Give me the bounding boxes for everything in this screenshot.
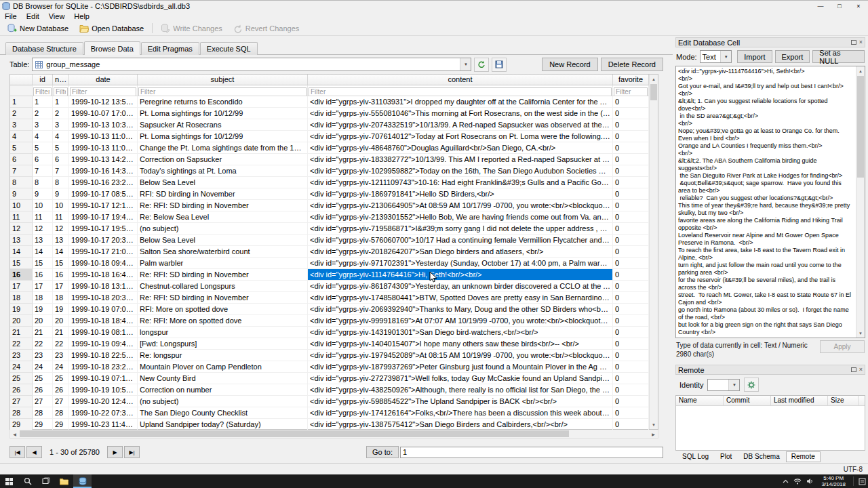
- tab-plot[interactable]: Plot: [715, 451, 737, 462]
- scroll-down-icon[interactable]: [650, 420, 658, 429]
- cell-content[interactable]: <div id="ygrps-yiv-1211109743">10-16: Ha…: [308, 177, 613, 188]
- row-number[interactable]: 25: [10, 373, 33, 384]
- table-row[interactable]: 8 8 8 1999-10-16 23:26:16 Below Sea Leve…: [10, 177, 658, 188]
- refresh-table-button[interactable]: [474, 58, 489, 72]
- scroll-down-icon[interactable]: [856, 329, 865, 338]
- cell-content[interactable]: <div id="ygrps-yiv-1387575412">San Diego…: [308, 419, 613, 430]
- cell-id[interactable]: 15: [33, 258, 53, 269]
- table-row[interactable]: 19 19 19 1999-10-19 07:07:55 RFI: More o…: [10, 304, 658, 315]
- cell-subject[interactable]: New County Bird: [138, 373, 308, 384]
- next-record-button[interactable]: ▶: [107, 446, 123, 458]
- cell-subject[interactable]: Re: RFI: SD birding in November: [138, 200, 308, 211]
- cell-id[interactable]: 24: [33, 361, 53, 373]
- cell-date[interactable]: 1999-10-17 19:49:19: [69, 211, 138, 223]
- cell-content[interactable]: <div id="ygrps-yiv-555081046">This morni…: [308, 108, 613, 119]
- first-record-button[interactable]: |◀: [9, 446, 25, 458]
- cell-number[interactable]: 29: [53, 419, 69, 430]
- cell-number[interactable]: 27: [53, 396, 69, 407]
- cell-subject[interactable]: Upland Sandpiper today? (Saturday): [138, 419, 308, 430]
- column-header-content[interactable]: content: [308, 75, 613, 85]
- table-row[interactable]: 15 15 15 1999-10-18 09:41:18 Palm warble…: [10, 258, 658, 269]
- volume-icon[interactable]: [806, 478, 814, 485]
- cell-id[interactable]: 26: [33, 384, 53, 396]
- chevron-down-icon[interactable]: [728, 380, 739, 390]
- row-number[interactable]: 26: [10, 384, 33, 396]
- cell-id[interactable]: 10: [33, 200, 53, 211]
- table-row[interactable]: 10 10 10 1999-10-17 12:15:16 Re: RFI: SD…: [10, 200, 658, 211]
- cell-date[interactable]: 1999-10-23 11:42:47: [69, 419, 138, 430]
- last-record-button[interactable]: ▶|: [124, 446, 140, 458]
- menu-view[interactable]: View: [44, 12, 70, 21]
- column-header-favorite[interactable]: favorite: [613, 75, 649, 85]
- cell-number[interactable]: 3: [53, 119, 69, 131]
- identity-select[interactable]: [707, 379, 740, 391]
- cell-id[interactable]: 29: [33, 419, 53, 430]
- menu-edit[interactable]: Edit: [22, 12, 44, 21]
- row-number[interactable]: 12: [10, 223, 33, 235]
- cell-favorite[interactable]: 0: [613, 327, 649, 338]
- filter-input-subject[interactable]: [138, 87, 307, 96]
- cell-content[interactable]: <div id="ygrps-yiv-31103931">I dropped m…: [308, 96, 613, 108]
- remote-column-commit[interactable]: Commit: [724, 396, 771, 405]
- cell-id[interactable]: 4: [33, 131, 53, 142]
- cell-favorite[interactable]: 0: [613, 211, 649, 223]
- mode-select[interactable]: Text: [700, 50, 732, 63]
- cell-favorite[interactable]: 0: [613, 223, 649, 235]
- cell-favorite[interactable]: 0: [613, 269, 649, 281]
- cell-date[interactable]: 1999-10-20 12:41:35: [69, 396, 138, 407]
- cell-id[interactable]: 27: [33, 396, 53, 407]
- taskbar-search-button[interactable]: [18, 474, 37, 488]
- scroll-up-icon[interactable]: [856, 66, 865, 75]
- row-number[interactable]: 4: [10, 131, 33, 142]
- cell-content[interactable]: <div id="ygrps-yiv-272739871">Well folks…: [308, 373, 613, 384]
- start-button[interactable]: [0, 474, 18, 488]
- cell-date[interactable]: 1999-10-17 20:32:32: [69, 235, 138, 246]
- cell-date[interactable]: 1999-10-19 07:07:55: [69, 304, 138, 315]
- cell-number[interactable]: 24: [53, 361, 69, 373]
- row-number[interactable]: 18: [10, 292, 33, 304]
- table-row[interactable]: 24 24 24 1999-10-18 23:21:02 Mountain Pl…: [10, 361, 658, 373]
- close-dock-icon[interactable]: ×: [859, 367, 863, 373]
- table-row[interactable]: 5 5 5 1999-10-13 11:02:13 Change the Pt.…: [10, 142, 658, 154]
- cell-favorite[interactable]: 0: [613, 200, 649, 211]
- cell-content[interactable]: <div id="ygrps-yiv-861874309">Yesterday,…: [308, 281, 613, 292]
- cell-content[interactable]: <div id="ygrps-yiv-1879937269">Peter Gin…: [308, 361, 613, 373]
- goto-button[interactable]: Go to:: [366, 446, 399, 458]
- row-number[interactable]: 10: [10, 200, 33, 211]
- cell-date[interactable]: 1999-10-17 08:59:49: [69, 188, 138, 200]
- cell-subject[interactable]: Sapsucker At Rosecrans: [138, 119, 308, 131]
- cell-number[interactable]: 10: [53, 200, 69, 211]
- cell-subject[interactable]: longspur: [138, 327, 308, 338]
- cell-subject[interactable]: Peregrine returns to Escondido: [138, 96, 308, 108]
- cell-id[interactable]: 7: [33, 165, 53, 177]
- cell-favorite[interactable]: 0: [613, 96, 649, 108]
- column-header-subject[interactable]: subject: [138, 75, 308, 85]
- filter-input-content[interactable]: [309, 87, 612, 96]
- cell-subject[interactable]: Today's sightings at Pt. Loma: [138, 165, 308, 177]
- cell-favorite[interactable]: 0: [613, 258, 649, 269]
- cell-date[interactable]: 1999-10-07 17:05:49: [69, 108, 138, 119]
- cell-date[interactable]: 1999-10-18 16:44:02: [69, 269, 138, 281]
- row-number[interactable]: 19: [10, 304, 33, 315]
- cell-date[interactable]: 1999-10-19 09:47:03: [69, 338, 138, 350]
- cell-number[interactable]: 14: [53, 246, 69, 258]
- cell-content[interactable]: <div id="ygrps-yiv-999918169">At 07:07 A…: [308, 315, 613, 327]
- cell-date[interactable]: 1999-10-13 10:34:46: [69, 119, 138, 131]
- tab-sql-log[interactable]: SQL Log: [677, 451, 714, 462]
- cell-id[interactable]: 25: [33, 373, 53, 384]
- cell-number[interactable]: 9: [53, 188, 69, 200]
- cell-id[interactable]: 8: [33, 177, 53, 188]
- cell-content[interactable]: <div id="ygrps-yiv-174126164">Folks,<br/…: [308, 407, 613, 419]
- cell-content[interactable]: <div id="ygrps-yiv-2074332519">10/13/99.…: [308, 119, 613, 131]
- table-row[interactable]: 6 6 6 1999-10-13 14:22:01 Correction on …: [10, 154, 658, 165]
- cell-id[interactable]: 20: [33, 315, 53, 327]
- cell-favorite[interactable]: 0: [613, 338, 649, 350]
- cell-content[interactable]: <div id="ygrps-yiv-1979452089">At 08:15 …: [308, 350, 613, 361]
- table-row[interactable]: 21 21 21 1999-10-19 08:15:43 longspur <d…: [10, 327, 658, 338]
- table-row[interactable]: 16 16 16 1999-10-18 16:44:02 Re: RFI: SD…: [10, 269, 658, 281]
- cell-subject[interactable]: (no subject): [138, 223, 308, 235]
- table-row[interactable]: 23 23 23 1999-10-18 22:54:57 Re: longspu…: [10, 350, 658, 361]
- float-dock-icon[interactable]: [851, 367, 856, 372]
- chevron-down-icon[interactable]: [720, 51, 731, 62]
- cell-id[interactable]: 28: [33, 407, 53, 419]
